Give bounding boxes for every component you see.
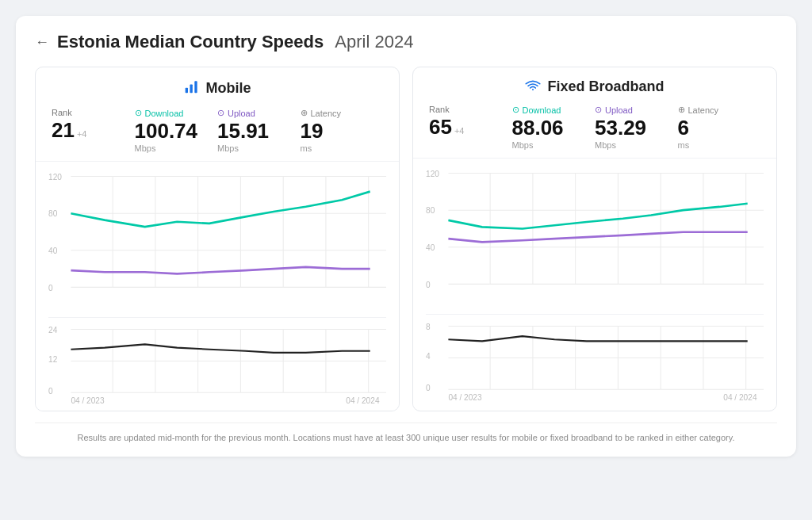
broadband-stats-row: Rank 65 +4 ⊙ Download 88.06 Mbps xyxy=(429,105,760,150)
broadband-latency-chart: 8 4 0 04 xyxy=(426,314,764,401)
back-button[interactable]: ← xyxy=(35,34,49,51)
svg-text:0: 0 xyxy=(426,384,431,392)
svg-text:40: 40 xyxy=(48,246,58,254)
svg-text:120: 120 xyxy=(426,169,439,178)
bb-latency-icon: ⊕ xyxy=(678,105,685,115)
mobile-rank-value: 21 xyxy=(52,119,75,142)
mobile-icon xyxy=(184,78,200,98)
broadband-latency-stat: ⊕ Latency 6 ms xyxy=(678,105,761,150)
mobile-rank-change: +4 xyxy=(77,129,87,139)
bb-download-icon: ⊙ xyxy=(512,105,519,115)
mobile-latency-stat: ⊕ Latency 19 ms xyxy=(301,108,384,153)
mobile-upload-unit: Mbps xyxy=(217,143,301,153)
bb-upload-icon: ⊙ xyxy=(595,105,602,115)
broadband-download-stat: ⊙ Download 88.06 Mbps xyxy=(512,105,596,150)
broadband-latency-chart-area: 8 4 0 04 xyxy=(413,308,776,407)
broadband-speed-chart: 120 80 40 0 xyxy=(426,165,764,308)
download-icon: ⊙ xyxy=(135,108,142,118)
mobile-download-unit: Mbps xyxy=(135,143,218,153)
svg-rect-2 xyxy=(194,81,197,93)
mobile-stats-row: Rank 21 +4 ⊙ Download 100.74 Mbps xyxy=(52,108,383,153)
broadband-upload-value: 53.29 xyxy=(595,117,678,140)
svg-text:80: 80 xyxy=(426,206,435,215)
svg-text:8: 8 xyxy=(426,322,431,331)
svg-text:0: 0 xyxy=(48,283,53,292)
page-container: ← Estonia Median Country Speeds April 20… xyxy=(16,16,796,457)
svg-text:80: 80 xyxy=(48,209,58,218)
svg-point-33 xyxy=(532,89,534,90)
broadband-latency-value: 6 xyxy=(678,117,761,140)
broadband-panel-title: Fixed Broadband xyxy=(429,78,760,95)
mobile-latency-chart-area: 24 12 0 xyxy=(36,311,399,411)
mobile-latency-unit: ms xyxy=(301,143,384,153)
mobile-speed-chart: 120 80 40 0 xyxy=(48,168,386,311)
broadband-rank-stat: Rank 65 +4 xyxy=(429,105,512,139)
mobile-download-stat: ⊙ Download 100.74 Mbps xyxy=(135,108,218,153)
broadband-download-unit: Mbps xyxy=(512,140,596,150)
mobile-latency-value: 19 xyxy=(301,120,384,143)
mobile-panel-header: Mobile Rank 21 +4 ⊙ xyxy=(36,67,399,162)
broadband-icon xyxy=(525,78,541,95)
broadband-panel-header: Fixed Broadband Rank 65 +4 ⊙ xyxy=(413,67,776,159)
svg-text:24: 24 xyxy=(48,325,58,334)
page-title-date: April 2024 xyxy=(335,32,413,52)
broadband-upload-unit: Mbps xyxy=(595,140,678,150)
mobile-upload-value: 15.91 xyxy=(217,120,301,143)
broadband-rank-value: 65 xyxy=(429,116,452,139)
page-title: Estonia Median Country Speeds April 2024 xyxy=(57,32,413,52)
broadband-download-value: 88.06 xyxy=(512,117,596,140)
mobile-download-value: 100.74 xyxy=(135,120,218,143)
svg-rect-0 xyxy=(185,88,187,94)
mobile-panel: Mobile Rank 21 +4 ⊙ xyxy=(35,67,400,411)
svg-text:04 / 2023: 04 / 2023 xyxy=(71,396,105,404)
mobile-speed-chart-area: 120 80 40 0 xyxy=(36,162,399,311)
upload-icon: ⊙ xyxy=(217,108,224,118)
mobile-latency-chart: 24 12 0 xyxy=(48,317,386,404)
mobile-panel-title: Mobile xyxy=(52,78,383,98)
broadband-panel: Fixed Broadband Rank 65 +4 ⊙ xyxy=(412,67,777,411)
broadband-latency-unit: ms xyxy=(678,140,761,150)
mobile-upload-stat: ⊙ Upload 15.91 Mbps xyxy=(217,108,301,153)
svg-text:04 / 2024: 04 / 2024 xyxy=(723,392,757,401)
broadband-upload-stat: ⊙ Upload 53.29 Mbps xyxy=(595,105,678,150)
svg-text:0: 0 xyxy=(426,280,431,289)
broadband-rank-change: +4 xyxy=(454,126,465,136)
footer-note: Results are updated mid-month for the pr… xyxy=(35,422,777,445)
svg-text:04 / 2023: 04 / 2023 xyxy=(448,392,482,401)
page-header: ← Estonia Median Country Speeds April 20… xyxy=(35,32,777,52)
svg-rect-1 xyxy=(190,85,192,94)
broadband-speed-chart-area: 120 80 40 0 xyxy=(413,159,776,308)
svg-text:12: 12 xyxy=(48,355,58,364)
svg-text:40: 40 xyxy=(426,243,435,251)
latency-icon: ⊕ xyxy=(301,108,308,118)
svg-text:04 / 2024: 04 / 2024 xyxy=(346,396,380,404)
panels-row: Mobile Rank 21 +4 ⊙ xyxy=(35,67,777,411)
svg-text:0: 0 xyxy=(48,387,53,396)
svg-text:4: 4 xyxy=(426,352,431,361)
svg-text:120: 120 xyxy=(48,172,62,181)
mobile-rank-stat: Rank 21 +4 xyxy=(52,108,135,142)
